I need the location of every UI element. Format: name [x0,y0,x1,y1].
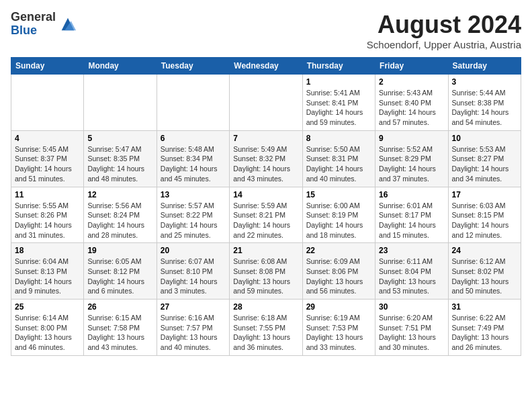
day-number: 4 [15,134,80,143]
calendar-cell: 27Sunrise: 6:16 AMSunset: 7:57 PMDayligh… [157,300,229,356]
day-info: Sunrise: 5:55 AMSunset: 8:26 PMDaylight:… [15,201,80,240]
day-info: Sunrise: 6:22 AMSunset: 7:49 PMDaylight:… [452,313,517,353]
day-info: Sunrise: 6:16 AMSunset: 7:57 PMDaylight:… [161,313,226,353]
calendar-cell: 19Sunrise: 6:05 AMSunset: 8:12 PMDayligh… [84,243,157,300]
weekday-header-cell: Thursday [302,58,375,75]
day-info: Sunrise: 6:18 AMSunset: 7:55 PMDaylight:… [233,313,298,353]
calendar-cell: 5Sunrise: 5:47 AMSunset: 8:35 PMDaylight… [84,130,157,187]
calendar-cell: 16Sunrise: 6:01 AMSunset: 8:17 PMDayligh… [375,187,448,243]
calendar-week-row: 1Sunrise: 5:41 AMSunset: 8:41 PMDaylight… [11,75,521,131]
calendar-cell: 29Sunrise: 6:19 AMSunset: 7:53 PMDayligh… [302,300,375,356]
day-info: Sunrise: 6:01 AMSunset: 8:17 PMDaylight:… [379,201,444,240]
calendar-cell: 21Sunrise: 6:08 AMSunset: 8:08 PMDayligh… [230,243,302,300]
calendar-cell [84,75,157,131]
weekday-header-cell: Saturday [448,58,521,75]
calendar-cell: 17Sunrise: 6:03 AMSunset: 8:15 PMDayligh… [448,187,521,243]
day-number: 15 [306,190,371,199]
day-info: Sunrise: 5:44 AMSunset: 8:38 PMDaylight:… [452,88,517,128]
day-number: 3 [452,77,517,87]
day-info: Sunrise: 5:43 AMSunset: 8:40 PMDaylight:… [379,88,444,128]
calendar-cell: 31Sunrise: 6:22 AMSunset: 7:49 PMDayligh… [448,300,521,356]
day-info: Sunrise: 6:11 AMSunset: 8:04 PMDaylight:… [379,257,444,296]
day-number: 16 [379,190,444,199]
calendar-cell [157,75,229,131]
weekday-header-row: SundayMondayTuesdayWednesdayThursdayFrid… [11,58,521,75]
day-info: Sunrise: 6:05 AMSunset: 8:12 PMDaylight:… [87,257,152,296]
day-info: Sunrise: 5:45 AMSunset: 8:37 PMDaylight:… [15,144,80,184]
weekday-header-cell: Tuesday [157,58,229,75]
day-info: Sunrise: 5:59 AMSunset: 8:21 PMDaylight:… [233,201,298,240]
calendar-cell: 15Sunrise: 6:00 AMSunset: 8:19 PMDayligh… [302,187,375,243]
calendar-cell: 10Sunrise: 5:53 AMSunset: 8:27 PMDayligh… [448,130,521,187]
calendar-cell: 30Sunrise: 6:20 AMSunset: 7:51 PMDayligh… [375,300,448,356]
calendar-cell: 8Sunrise: 5:50 AMSunset: 8:31 PMDaylight… [302,130,375,187]
calendar-table: SundayMondayTuesdayWednesdayThursdayFrid… [11,57,521,356]
day-number: 12 [87,190,152,199]
calendar-cell: 25Sunrise: 6:14 AMSunset: 8:00 PMDayligh… [11,300,84,356]
day-number: 7 [233,134,298,143]
location-title: Schoendorf, Upper Austria, Austria [367,39,521,50]
calendar-cell: 28Sunrise: 6:18 AMSunset: 7:55 PMDayligh… [230,300,302,356]
calendar-week-row: 4Sunrise: 5:45 AMSunset: 8:37 PMDaylight… [11,130,521,187]
calendar-cell: 18Sunrise: 6:04 AMSunset: 8:13 PMDayligh… [11,243,84,300]
day-info: Sunrise: 5:53 AMSunset: 8:27 PMDaylight:… [452,144,517,184]
calendar-cell: 4Sunrise: 5:45 AMSunset: 8:37 PMDaylight… [11,130,84,187]
day-info: Sunrise: 6:00 AMSunset: 8:19 PMDaylight:… [306,201,371,240]
title-block: August 2024 Schoendorf, Upper Austria, A… [367,11,521,50]
day-info: Sunrise: 5:52 AMSunset: 8:29 PMDaylight:… [379,144,444,184]
calendar-cell: 2Sunrise: 5:43 AMSunset: 8:40 PMDaylight… [375,75,448,131]
calendar-body: 1Sunrise: 5:41 AMSunset: 8:41 PMDaylight… [11,75,521,356]
day-number: 11 [15,190,80,199]
day-info: Sunrise: 5:49 AMSunset: 8:32 PMDaylight:… [233,144,298,184]
day-info: Sunrise: 6:14 AMSunset: 8:00 PMDaylight:… [15,313,80,353]
calendar-cell [230,75,302,131]
day-number: 8 [306,134,371,143]
calendar-cell: 12Sunrise: 5:56 AMSunset: 8:24 PMDayligh… [84,187,157,243]
day-number: 24 [452,246,517,255]
calendar-cell: 24Sunrise: 6:12 AMSunset: 8:02 PMDayligh… [448,243,521,300]
day-info: Sunrise: 5:56 AMSunset: 8:24 PMDaylight:… [87,201,152,240]
day-info: Sunrise: 6:03 AMSunset: 8:15 PMDaylight:… [452,201,517,240]
day-number: 17 [452,190,517,199]
day-info: Sunrise: 6:07 AMSunset: 8:10 PMDaylight:… [161,257,226,296]
weekday-header-cell: Monday [84,58,157,75]
calendar-week-row: 11Sunrise: 5:55 AMSunset: 8:26 PMDayligh… [11,187,521,243]
calendar-cell: 20Sunrise: 6:07 AMSunset: 8:10 PMDayligh… [157,243,229,300]
day-number: 28 [233,302,298,312]
day-number: 21 [233,246,298,255]
month-title: August 2024 [367,11,521,39]
calendar-cell: 11Sunrise: 5:55 AMSunset: 8:26 PMDayligh… [11,187,84,243]
day-info: Sunrise: 5:41 AMSunset: 8:41 PMDaylight:… [306,88,371,128]
day-number: 27 [161,302,226,312]
weekday-header-cell: Sunday [11,58,84,75]
logo: General Blue [11,11,77,38]
day-number: 31 [452,302,517,312]
day-number: 6 [161,134,226,143]
day-info: Sunrise: 6:19 AMSunset: 7:53 PMDaylight:… [306,313,371,353]
day-number: 14 [233,190,298,199]
day-info: Sunrise: 5:47 AMSunset: 8:35 PMDaylight:… [87,144,152,184]
day-info: Sunrise: 5:57 AMSunset: 8:22 PMDaylight:… [161,201,226,240]
calendar-cell: 14Sunrise: 5:59 AMSunset: 8:21 PMDayligh… [230,187,302,243]
calendar-week-row: 25Sunrise: 6:14 AMSunset: 8:00 PMDayligh… [11,300,521,356]
calendar-cell: 3Sunrise: 5:44 AMSunset: 8:38 PMDaylight… [448,75,521,131]
day-info: Sunrise: 6:15 AMSunset: 7:58 PMDaylight:… [87,313,152,353]
calendar-cell: 23Sunrise: 6:11 AMSunset: 8:04 PMDayligh… [375,243,448,300]
day-number: 23 [379,246,444,255]
calendar-cell [11,75,84,131]
calendar-cell: 1Sunrise: 5:41 AMSunset: 8:41 PMDaylight… [302,75,375,131]
calendar-cell: 9Sunrise: 5:52 AMSunset: 8:29 PMDaylight… [375,130,448,187]
calendar-cell: 26Sunrise: 6:15 AMSunset: 7:58 PMDayligh… [84,300,157,356]
calendar-cell: 22Sunrise: 6:09 AMSunset: 8:06 PMDayligh… [302,243,375,300]
day-number: 26 [87,302,152,312]
weekday-header-cell: Wednesday [230,58,302,75]
calendar-week-row: 18Sunrise: 6:04 AMSunset: 8:13 PMDayligh… [11,243,521,300]
day-info: Sunrise: 6:04 AMSunset: 8:13 PMDaylight:… [15,257,80,296]
page-header: General Blue August 2024 Schoendorf, Upp… [11,11,521,50]
day-info: Sunrise: 6:08 AMSunset: 8:08 PMDaylight:… [233,257,298,296]
day-info: Sunrise: 6:20 AMSunset: 7:51 PMDaylight:… [379,313,444,353]
day-number: 20 [161,246,226,255]
day-number: 1 [306,77,371,87]
day-info: Sunrise: 5:50 AMSunset: 8:31 PMDaylight:… [306,144,371,184]
day-number: 10 [452,134,517,143]
